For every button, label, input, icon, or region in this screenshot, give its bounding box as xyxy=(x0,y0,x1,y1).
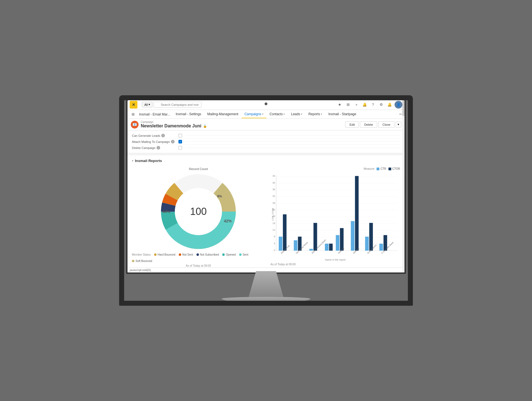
bar-autumn-coat-ctor xyxy=(283,214,287,251)
legend-opened: Opened xyxy=(222,253,236,256)
legend-not-subscribed: Not Subscribed xyxy=(196,253,219,256)
form-label-mailing: Attach Mailing To Campaign i xyxy=(132,140,176,143)
bar-autumn-coat-ctr xyxy=(279,237,282,251)
legend-not-sent-dot xyxy=(179,253,181,256)
more-button[interactable]: ▾ xyxy=(396,121,401,128)
donut-center-value: 100 xyxy=(190,206,207,217)
nav-mailing-management[interactable]: Mailing-Management xyxy=(204,110,241,118)
bell-icon[interactable]: 🔔 xyxy=(361,101,368,108)
nav-app-name[interactable]: Inxmail - Email Mar... xyxy=(137,112,172,116)
ctor-dot xyxy=(388,168,391,170)
checkbox-delete[interactable] xyxy=(178,146,182,150)
breadcrumb: Campaign xyxy=(141,120,343,124)
edit-button[interactable]: Edit xyxy=(345,121,359,128)
scrollbar[interactable] xyxy=(402,99,405,273)
nav-bar: ⊞ Inxmail - Email Mar... Inxmail - Setti… xyxy=(127,110,405,119)
section-toggle-icon: ▾ xyxy=(132,159,133,162)
info-delete-icon[interactable]: i xyxy=(157,146,160,150)
reports-chevron: ▾ xyxy=(321,113,322,115)
form-section: Can Generate Leads i Attach Mailing To C… xyxy=(127,130,405,153)
charts-area: Record Count xyxy=(132,165,400,268)
nav-reports[interactable]: Reports ▾ xyxy=(306,110,325,118)
legend-not-sent-label: Not Sent xyxy=(182,253,193,256)
form-row-line-delete xyxy=(185,148,400,148)
donut-center: 100 xyxy=(190,206,207,217)
svg-text:44: 44 xyxy=(272,174,275,177)
section-header[interactable]: ▾ Inxmail Reports xyxy=(132,158,400,165)
donut-label-44: 44% xyxy=(162,209,170,214)
bar-opening-ctor xyxy=(340,228,344,251)
legend-soft-bounced-dot xyxy=(132,260,134,262)
info-mailing-icon[interactable]: i xyxy=(171,140,175,143)
bar-opening2-ctor xyxy=(355,176,359,251)
bar-demoshop-ctr xyxy=(294,240,297,251)
grid-icon[interactable]: ⊞ xyxy=(345,101,351,108)
form-row-leads: Can Generate Leads i xyxy=(132,133,400,139)
legend-member-label: Member Status xyxy=(132,253,151,256)
measure-label: Measure xyxy=(364,167,374,170)
leads-chevron: ▾ xyxy=(301,113,302,115)
nav-leads[interactable]: Leads ▾ xyxy=(288,110,305,118)
info-leads-icon[interactable]: i xyxy=(161,134,165,137)
monitor-stand xyxy=(241,271,291,297)
form-row-line-leads xyxy=(185,135,400,136)
checkbox-mailing[interactable]: ✓ xyxy=(178,140,182,143)
notification-icon[interactable]: 🔔 xyxy=(386,101,393,108)
nav-contacts[interactable]: Contacts ▾ xyxy=(267,110,288,118)
form-row-mailing: Attach Mailing To Campaign i ✓ xyxy=(132,139,400,145)
page-header-info: Campaign Newsletter Damenmode Juni 🔒 xyxy=(141,120,343,128)
donut-chart-section: Record Count xyxy=(132,167,265,267)
legend-hard-bounced-label: Hard Bounced xyxy=(158,253,175,256)
nav-edit-icon[interactable]: ✏ xyxy=(399,112,402,116)
ctr-label: CTR xyxy=(380,167,386,170)
clone-button[interactable]: Clone xyxy=(378,121,395,128)
campaigns-chevron: ▾ xyxy=(262,113,264,115)
top-bar: ✕ All ▾ 🔍 ★ ⊞ ＋ 🔔 ? xyxy=(127,99,405,110)
section-title: Inxmail Reports xyxy=(135,159,162,163)
all-dropdown[interactable]: All ▾ xyxy=(142,102,153,107)
svg-text:12: 12 xyxy=(272,228,275,231)
legend-opened-dot xyxy=(222,253,225,256)
ctor-label: CTOR xyxy=(392,167,400,170)
bar-jeans-ctr xyxy=(309,249,313,251)
search-input[interactable] xyxy=(154,102,201,108)
nav-inxmail-settings[interactable]: Inxmail - Settings xyxy=(173,110,204,118)
page-title: Newsletter Damenmode Juni 🔒 xyxy=(141,124,343,128)
bar-chart-header: Measure CTR CTOR xyxy=(270,167,400,170)
search-area: All ▾ 🔍 xyxy=(142,102,332,108)
ctor-legend: CTOR xyxy=(388,167,400,170)
settings-icon[interactable]: ⚙ xyxy=(378,101,385,108)
plus-icon[interactable]: ＋ xyxy=(353,101,360,108)
star-icon[interactable]: ★ xyxy=(336,101,343,108)
svg-text:8: 8 xyxy=(274,235,275,238)
delete-button[interactable]: Delete xyxy=(360,121,377,128)
legend-soft-bounced: Soft Bounced xyxy=(132,259,152,263)
legend-sent: Sent xyxy=(239,253,249,256)
checkbox-leads[interactable] xyxy=(178,134,182,137)
timestamp-right: As of Today at 09:00 xyxy=(270,263,400,266)
donut-label-42: 42% xyxy=(224,219,232,223)
nav-campaigns[interactable]: Campaigns ▾ xyxy=(242,110,266,118)
form-row-delete: Delete Campaign i xyxy=(132,145,400,151)
grid-menu-icon[interactable]: ⊞ xyxy=(130,111,136,118)
ctr-dot xyxy=(377,168,379,170)
bar-opening-ctr xyxy=(336,235,339,251)
donut-chart-title: Record Count xyxy=(189,167,208,171)
scrollbar-thumb[interactable] xyxy=(402,99,405,116)
legend-soft-bounced-label: Soft Bounced xyxy=(135,259,152,263)
ctr-legend: CTR xyxy=(377,167,386,170)
svg-text:Jeans Trousers Basic: Jeans Trousers Basic xyxy=(311,239,327,255)
bar-blank-ctor xyxy=(329,244,333,251)
help-icon[interactable]: ? xyxy=(370,101,376,108)
legend-sent-dot xyxy=(239,253,242,256)
content-area: 📧 Campaign Newsletter Damenmode Juni 🔒 E… xyxy=(127,119,405,268)
app-logo[interactable]: ✕ xyxy=(130,101,137,109)
user-avatar[interactable]: 👤 xyxy=(395,101,402,109)
campaign-icon: 📧 xyxy=(131,121,139,128)
svg-text:16: 16 xyxy=(272,222,275,225)
donut-legend: Member Status Hard Bounced Not Sent xyxy=(132,253,265,263)
svg-text:0: 0 xyxy=(274,249,275,251)
nav-startpage[interactable]: Inxmail - Startpage xyxy=(326,110,359,118)
legend-not-subscribed-dot xyxy=(196,253,199,256)
legend-not-sent: Not Sent xyxy=(179,253,193,256)
